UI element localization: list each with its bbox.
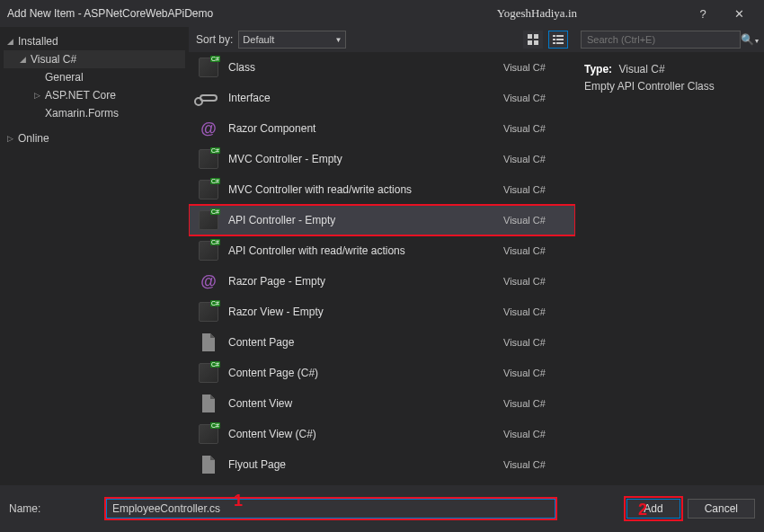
template-row[interactable]: MVC Controller - EmptyVisual C# xyxy=(189,144,575,174)
sort-label: Sort by: xyxy=(196,33,233,46)
template-row[interactable]: Content ViewVisual C# xyxy=(189,388,575,419)
cancel-button[interactable]: Cancel xyxy=(688,499,755,519)
tree-visual-csharp[interactable]: ◢ Visual C# xyxy=(4,50,185,68)
page-icon xyxy=(198,332,219,353)
search-row: 🔍▾ xyxy=(575,27,764,52)
type-label: Type: xyxy=(584,63,612,75)
svg-rect-4 xyxy=(553,35,555,37)
template-row[interactable]: Content View (C#)Visual C# xyxy=(189,419,575,449)
category-tree: ◢ Installed ◢ Visual C# General ▷ ASP.NE… xyxy=(0,27,189,485)
template-row[interactable]: ClassVisual C# xyxy=(189,52,575,83)
razor-icon: @ xyxy=(198,118,219,139)
chevron-right-icon: ▷ xyxy=(34,91,45,100)
template-language: Visual C# xyxy=(503,306,566,317)
cs-icon xyxy=(198,301,219,323)
template-language: Visual C# xyxy=(503,276,566,287)
template-label: API Controller with read/write actions xyxy=(228,244,494,257)
type-value: Visual C# xyxy=(618,63,664,75)
cs-icon xyxy=(198,179,219,200)
list-view-button[interactable] xyxy=(548,31,568,49)
template-row[interactable]: Content Page (C#)Visual C# xyxy=(189,358,575,388)
template-row[interactable]: InterfaceVisual C# xyxy=(189,83,575,113)
tree-label: ASP.NET Core xyxy=(45,89,116,102)
template-language: Visual C# xyxy=(503,184,566,195)
template-row[interactable]: Razor View - EmptyVisual C# xyxy=(189,297,575,327)
tree-general[interactable]: General xyxy=(4,68,185,86)
search-icon[interactable]: 🔍▾ xyxy=(741,33,759,46)
template-language: Visual C# xyxy=(503,368,566,378)
template-row[interactable]: API Controller - EmptyVisual C# xyxy=(189,205,575,235)
template-detail: Type: Visual C# Empty API Controller Cla… xyxy=(575,52,764,104)
template-label: Class xyxy=(228,61,494,74)
name-input[interactable] xyxy=(106,499,555,519)
name-label: Name: xyxy=(9,502,99,515)
cs-icon xyxy=(198,57,219,78)
tree-label: General xyxy=(45,71,84,84)
tree-online[interactable]: ▷ Online xyxy=(4,129,185,147)
template-language: Visual C# xyxy=(503,93,566,103)
template-language: Visual C# xyxy=(503,154,566,164)
svg-rect-5 xyxy=(556,35,564,37)
template-row[interactable]: Content PageVisual C# xyxy=(189,327,575,358)
template-label: Flyout Page xyxy=(228,458,494,471)
template-language: Visual C# xyxy=(503,123,566,134)
cs-icon xyxy=(198,209,219,231)
template-language: Visual C# xyxy=(503,62,566,73)
page-icon xyxy=(198,454,219,475)
template-label: Interface xyxy=(228,92,494,104)
template-row[interactable]: API Controller with read/write actionsVi… xyxy=(189,235,575,266)
cs-icon xyxy=(198,362,219,384)
template-label: Content Page (C#) xyxy=(228,367,494,379)
search-input[interactable] xyxy=(581,31,741,49)
template-language: Visual C# xyxy=(503,429,566,439)
template-language: Visual C# xyxy=(503,215,566,226)
template-label: Razor Page - Empty xyxy=(228,275,494,288)
add-button[interactable]: Add xyxy=(626,499,680,519)
title-bar: Add New Item - ASPNetCoreWebAPiDemo Yoge… xyxy=(0,0,764,27)
template-panel: Sort by: Default ▼ ClassVisual C#Interfa… xyxy=(189,27,575,485)
sort-bar: Sort by: Default ▼ xyxy=(189,27,575,52)
grid-view-button[interactable] xyxy=(523,31,543,49)
svg-rect-0 xyxy=(528,34,532,39)
tree-aspnet-core[interactable]: ▷ ASP.NET Core xyxy=(4,86,185,104)
template-language: Visual C# xyxy=(503,337,566,348)
tree-label: Installed xyxy=(18,35,58,48)
template-label: Razor Component xyxy=(228,122,494,135)
template-row[interactable]: @Razor ComponentVisual C# xyxy=(189,113,575,144)
grid-icon xyxy=(528,34,538,45)
chevron-down-icon: ◢ xyxy=(20,55,31,64)
template-list[interactable]: ClassVisual C#InterfaceVisual C#@Razor C… xyxy=(189,52,575,485)
help-button[interactable]: ? xyxy=(685,7,721,21)
template-language: Visual C# xyxy=(503,398,566,409)
sort-dropdown[interactable]: Default ▼ xyxy=(238,31,346,49)
tree-label: Xamarin.Forms xyxy=(45,107,119,120)
template-label: Razor View - Empty xyxy=(228,306,494,318)
annotation-marker-2: 2 xyxy=(638,501,647,519)
svg-rect-3 xyxy=(534,40,538,45)
template-language: Visual C# xyxy=(503,245,566,256)
cs-icon xyxy=(198,240,219,262)
template-label: Content Page xyxy=(228,336,494,349)
interface-icon xyxy=(198,87,219,109)
cs-icon xyxy=(198,148,219,170)
detail-panel: 🔍▾ Type: Visual C# Empty API Controller … xyxy=(575,27,764,485)
bottom-bar: Name: Add Cancel xyxy=(0,485,764,532)
chevron-right-icon: ▷ xyxy=(7,134,18,143)
cs-icon xyxy=(198,423,219,445)
window-title: Add New Item - ASPNetCoreWebAPiDemo xyxy=(7,7,213,20)
razor-icon: @ xyxy=(198,270,219,292)
template-row[interactable]: Flyout PageVisual C# xyxy=(189,449,575,480)
list-icon xyxy=(553,34,564,45)
template-language: Visual C# xyxy=(503,459,566,470)
svg-rect-1 xyxy=(534,34,538,39)
tree-label: Visual C# xyxy=(31,53,76,66)
tree-xamarin-forms[interactable]: Xamarin.Forms xyxy=(4,104,185,122)
svg-rect-8 xyxy=(553,42,555,44)
template-label: MVC Controller with read/write actions xyxy=(228,183,494,196)
tree-installed[interactable]: ◢ Installed xyxy=(4,32,185,50)
close-button[interactable]: ✕ xyxy=(721,7,757,21)
template-row[interactable]: @Razor Page - EmptyVisual C# xyxy=(189,266,575,297)
template-label: API Controller - Empty xyxy=(228,214,494,226)
template-row[interactable]: MVC Controller with read/write actionsVi… xyxy=(189,174,575,205)
sort-value: Default xyxy=(243,34,274,45)
